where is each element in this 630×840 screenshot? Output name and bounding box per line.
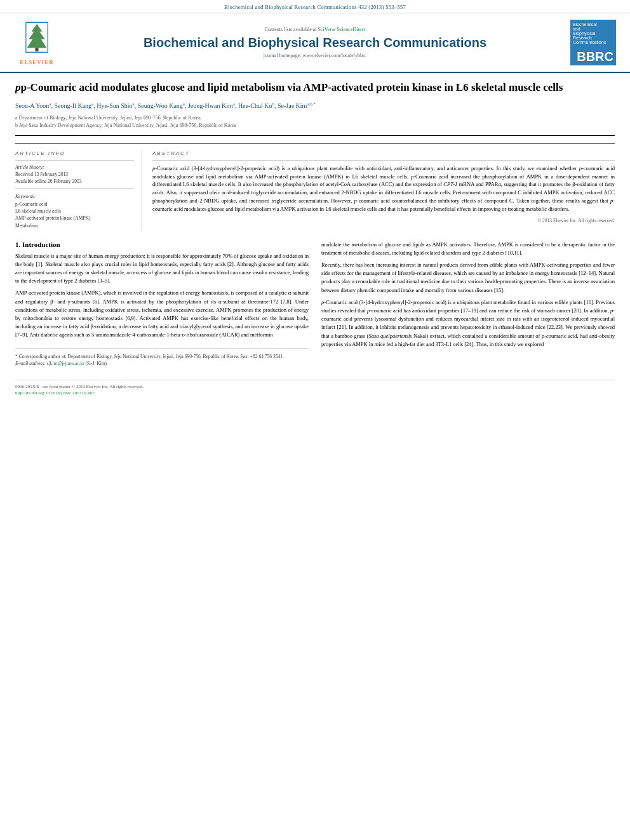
intro-heading: 1. Introduction	[15, 241, 309, 248]
svg-rect-4	[35, 48, 38, 51]
corresponding-author: * Corresponding author at: Department of…	[15, 353, 309, 360]
elsevier-tree-icon	[18, 20, 56, 58]
keywords-item: Keywords: p-Coumaric acid L6 skeletal mu…	[15, 194, 134, 229]
available-date: Available online 26 February 2013	[15, 178, 81, 184]
bbrc-box: BiochemicalandBiophysicalResearchCommuni…	[570, 20, 616, 65]
keyword-3: AMP-activated protein kinase (AMPK)	[15, 215, 91, 221]
affiliations: a Department of Biology, Jeju National U…	[15, 114, 615, 128]
issn-line: 0006-291X/$ - see front matter © 2013 El…	[15, 384, 615, 389]
journal-header: ELSEVIER Contents lists available at Sci…	[0, 13, 630, 73]
keywords-label: Keywords:	[15, 194, 134, 199]
received-date: Received 13 February 2013	[15, 171, 68, 177]
bottom-bar: 0006-291X/$ - see front matter © 2013 El…	[15, 380, 615, 396]
keyword-4: Metabolism	[15, 223, 38, 229]
thin-divider-1	[15, 160, 134, 161]
journal-citation: Biochemical and Biophysical Research Com…	[224, 4, 406, 10]
abstract-text: p-Coumaric acid (3-[4-hydroxyphenyl]-2-p…	[152, 164, 615, 213]
thin-divider-2	[15, 188, 134, 189]
article-info-col: Article Info Article history: Received 1…	[15, 150, 142, 232]
body-right-col: modulate the metabolism of glucose and l…	[321, 241, 615, 367]
abstract-col: Abstract p-Coumaric acid (3-[4-hydroxyph…	[152, 150, 615, 232]
doi-line: http://dx.doi.org/10.1016/j.bbrc.2013.02…	[15, 390, 615, 396]
footnote-area: * Corresponding author at: Department of…	[15, 349, 309, 368]
right-body-text: modulate the metabolism of glucose and l…	[321, 241, 615, 349]
body-section: 1. Introduction Skeletal muscle is a maj…	[15, 241, 615, 367]
body-left-col: 1. Introduction Skeletal muscle is a maj…	[15, 241, 309, 367]
email-link[interactable]: sjkim@jejunu.ac.kr	[47, 361, 84, 366]
elsevier-logo: ELSEVIER	[11, 20, 62, 65]
journal-homepage: journal homepage: www.elsevier.com/locat…	[69, 53, 561, 58]
bbrc-letters: BBRC	[577, 50, 613, 63]
history-item: Article history: Received 13 February 20…	[15, 164, 134, 184]
elsevier-wordmark: ELSEVIER	[20, 59, 54, 65]
info-abstract-section: Article Info Article history: Received 1…	[15, 143, 615, 232]
thin-divider-3	[152, 160, 615, 161]
journal-title-center: Contents lists available at SciVerse Sci…	[69, 27, 561, 58]
copyright-line: © 2013 Elsevier Inc. All rights reserved…	[152, 218, 615, 223]
intro-para1: Skeletal muscle is a major site of human…	[15, 252, 309, 340]
history-label: Article history:	[15, 164, 134, 170]
journal-top-bar: Biochemical and Biophysical Research Com…	[0, 0, 630, 13]
svg-marker-3	[27, 24, 47, 48]
affiliation-a: a Department of Biology, Jeju National U…	[15, 114, 615, 121]
bbrc-logo: BiochemicalandBiophysicalResearchCommuni…	[568, 20, 619, 65]
keyword-2: L6 skeletal muscle cells	[15, 208, 61, 214]
keyword-1: p-Coumaric acid	[15, 201, 47, 207]
affiliation-b: b Jeju Sasu Industry Development Agency,…	[15, 122, 615, 129]
page-wrapper: Biochemical and Biophysical Research Com…	[0, 0, 630, 403]
contents-text: Contents lists available at	[265, 27, 317, 32]
article-content: pp-Coumaric acid modulates glucose and l…	[0, 73, 630, 403]
sciverse-link[interactable]: SciVerse ScienceDirect	[318, 27, 366, 32]
doi-link[interactable]: http://dx.doi.org/10.1016/j.bbrc.2013.02…	[15, 390, 95, 396]
authors: Seon-A Yoona, Seong-Il Kanga, Hye-Sun Sh…	[15, 101, 615, 110]
abstract-label: Abstract	[152, 150, 615, 156]
email-address: E-mail address: sjkim@jejunu.ac.kr (S.-J…	[15, 360, 309, 367]
divider	[15, 135, 615, 136]
keywords-list: p-Coumaric acid L6 skeletal muscle cells…	[15, 201, 134, 229]
article-title: pp-Coumaric acid modulates glucose and l…	[15, 81, 615, 95]
article-info-label: Article Info	[15, 150, 134, 156]
contents-line: Contents lists available at SciVerse Sci…	[69, 27, 561, 32]
journal-main-title: Biochemical and Biophysical Research Com…	[69, 35, 561, 50]
